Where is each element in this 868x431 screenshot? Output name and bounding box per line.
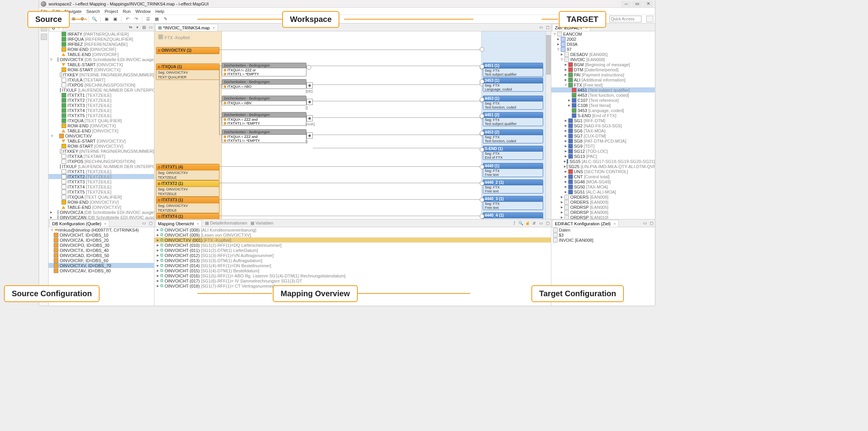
condition-connector-icon[interactable]: ✱ [306,115,313,121]
source-tree-item[interactable]: ▸ TABLE-START [OINVOICTX] [49,62,154,67]
editor-target-node[interactable]: 4453 (1)Seg: FTXText function, coded [483,96,543,110]
menu-window[interactable]: Window [135,9,150,14]
port-icon[interactable] [306,65,311,70]
db-cfg-item[interactable]: OINVOICZAV, ID=DBS_80 [49,268,154,273]
icon-3[interactable]: ☝ [525,220,530,226]
db-cfg-root[interactable]: ▿➡ rimkus@develop (H00977/T, C#TRINKS4) [49,227,154,232]
editor-target-node[interactable]: 4440_3 (1)Seg: FTXFree text [483,196,543,210]
tbtn-7[interactable]: ▣ [103,16,110,23]
source-tree-item[interactable]: ▸ IRFBEZ [REFERENZANGABE] [49,42,154,47]
port-icon[interactable] [480,197,484,202]
db-cfg-item[interactable]: OINVOICPO, ID=DBS_30 [49,243,154,248]
target-tree-item[interactable]: ▸SG25 [LIN-PIA-IMD-MEA-QTY-ALI-DTM-QVR-F… [551,164,655,169]
close-icon[interactable]: × [212,25,215,30]
target-tree-item[interactable]: ▸SG48 [MOA-SG49] [551,179,655,184]
db-cfg-item[interactable]: OINVOICAD, ID=DBS_50 [49,253,154,258]
tab-detail[interactable]: ▦ Detailinformationen [205,221,247,226]
port-icon[interactable] [480,47,484,52]
condition-connector-icon[interactable]: ✱ [306,82,313,89]
source-tree-item[interactable]: ▸ ITXQUA [TEXT QUALIFIER] [49,118,154,123]
target-tree-item[interactable]: ▿97 [551,47,655,52]
max-icon[interactable]: ▢ [545,220,550,226]
editor-target-node[interactable]: 4440_2 (1)Seg: FTXFree text [483,179,543,194]
port-icon[interactable] [480,147,484,152]
target-tree-item[interactable]: ▸ORDRSP [EAN010] [551,215,655,219]
source-tree-item[interactable]: ▸ ITXTXT5 [TEXTZEILE] [49,189,154,194]
source-tree-item[interactable]: ▸ ROW-START [OINVOICTXV] [49,143,154,148]
perspective-button[interactable] [646,16,653,22]
editor-condition-node[interactable]: Zeichenketten - BedingungenITXQUA = ABO [222,79,306,89]
port-icon[interactable] [480,79,484,84]
source-tree-item[interactable]: ▸ ITXPOS [RECHNUNGSPOSITION] [49,82,154,87]
port-icon[interactable] [480,114,484,118]
target-tree-item[interactable]: ▸3453 [Language, coded] [551,108,655,113]
source-tree-item[interactable]: ▸ TABLE-END [OINVOICTX] [49,128,154,133]
mapping-overview-item[interactable]: ▸⧉OINVOICHT (016) [SG1(5)-RFF(1)= ABO Rg… [154,273,551,278]
edi-cfg-item[interactable]: Daten [551,227,655,232]
source-tree-item[interactable]: ▸ ITXTXT4 [TEXTZEILE] [49,108,154,113]
condition-connector-icon[interactable]: ✱ [306,132,313,139]
target-tree-item[interactable]: ▸SG9 [TDT] [551,143,655,148]
source-tree-item[interactable]: ▸ IRFQUA [REFERENZQUALIFIER] [49,36,154,42]
db-cfg-item[interactable]: OINVOICTXV, ID=DBS_70 [49,263,154,268]
source-tree-item[interactable]: ▸ ITXTXA [TEXTART] [49,154,154,159]
source-tree-item[interactable]: ▸ ITXULF [LAUFENDE NUMMER DER UNTERPOS [49,87,154,92]
source-tree-item[interactable]: ▸ ITXQUA [TEXT QUALIFIER] [49,194,154,199]
menu-search[interactable]: Search [86,9,100,14]
source-tree-item[interactable]: ▸ ITXTXT2 [TEXTZEILE] [49,98,154,103]
target-tree-item[interactable]: ▿EANCOM [551,31,655,36]
filter-icon[interactable]: ▤ [141,24,147,30]
tbtn-11[interactable]: ☰ [145,16,152,23]
target-tree-item[interactable]: ▸D93A [551,42,655,47]
collapse-icon[interactable]: ▾ [134,24,140,30]
target-tree-item[interactable]: ▿FTX [Free text] [551,82,655,87]
tab-variables[interactable]: ▦ Variablen [250,221,274,226]
source-tree-item[interactable]: ▸ OINVOICZAN [DB Schnittstelle EDI-INVOI… [49,215,154,219]
target-tree-item[interactable]: ▸SG12 [TOD-LOC] [551,148,655,154]
source-tree-item[interactable]: ▸ ITXTXT5 [TEXTZEILE] [49,113,154,118]
target-tree-item[interactable]: ▸PAI [Payment instructions] [551,72,655,77]
icon-4[interactable]: ⇵ [531,220,537,226]
editor-source-node[interactable]: ITXQUA (1)Seg: OINVOICTXVTEXT QUALIFIER [156,63,219,80]
target-tree-item[interactable]: ▸SG8 [PAT-DTM-PCD-MOA] [551,138,655,143]
mapping-overview-item[interactable]: ▸⧉OINVOICHT (014) [SG1(4)-RFF(1)=ON Best… [154,263,551,268]
mapping-overview-item[interactable]: ▸⧉OINVOICHT (009) [Lesen von OINVOICTXV] [154,232,551,237]
target-tree-item[interactable]: ▸ORDERS [EAN009] [551,199,655,205]
fwd-icon[interactable]: ↷ [132,16,140,23]
editor-condition-node[interactable]: Zeichenketten - BedingungenITXQUA = ZZZ … [222,129,306,143]
source-tree-item[interactable]: ▸ ITXKEY [INTERNE PAGINIERUNGSNUMMER] [49,148,154,154]
condition-connector-icon[interactable]: ✱ [306,99,313,105]
source-tree-item[interactable]: ▸ OINVOICZA [DB Schnittstelle EDI-INVOIC… [49,210,154,215]
editor-target-node[interactable]: 4451 (2)Seg: FTXText subject qualifier [483,112,543,126]
source-tree-item[interactable]: ▸ ITXTXT2 [TEXTZEILE] [49,174,154,179]
mapping-editor[interactable]: FTX -Kopfteil OINVOICTXV (1)ITXQUA (1)Se… [154,31,551,219]
source-tree-item[interactable]: ▸ ITXKEY [INTERNE PAGINIERUNGSNUMMER] [49,72,154,77]
db-cfg-item[interactable]: OINVOICHT, ID=DBS_10 [49,232,154,237]
port-icon[interactable] [480,165,484,169]
target-tree-item[interactable]: ▸ALI [Additional information] [551,77,655,82]
target-tree-item[interactable]: ▸SG6 [TAX-MOA] [551,128,655,133]
menu-run[interactable]: Run [123,9,130,14]
source-tree-item[interactable]: ▸ ITXTXT3 [TEXTZEILE] [49,103,154,108]
port-icon[interactable] [480,64,484,69]
source-tree-item[interactable]: ▸ ITXTXT1 [TEXTZEILE] [49,92,154,98]
tbtn-8[interactable]: ▣ [112,16,119,23]
target-tree-item[interactable]: ▸ORDRSP [EAN008] [551,210,655,215]
target-tree-item[interactable]: ▸SG13 [PAC] [551,154,655,159]
source-tree-item[interactable]: ▸ ITXTXT3 [TEXTZEILE] [49,179,154,184]
target-tree-item[interactable]: ▸SG7 [CUX-DTM] [551,133,655,138]
mapping-overview-item[interactable]: ▸⧉OINVOICHT (013) [SG1(3)-DTM(1) Auftrag… [154,258,551,263]
mapping-overview-item[interactable]: ▸⧉OINVOICHT (015) [SG1(4)-DTM(1) Bestell… [154,268,551,273]
mapping-overview-item[interactable]: ▸⧉OINVOICHT (011) [SG1(2)-DTM(1) LieferD… [154,248,551,253]
editor-tab[interactable]: ▦ *INVOIC_TRINKS4.map × [155,24,218,31]
target-tree[interactable]: ▿EANCOM ▸2002 ▸D93A ▿97 ▸DESADV [EAN005]… [551,31,655,219]
tbtn-12[interactable]: ▦ [153,16,160,23]
minimize-button[interactable]: ─ [621,1,631,7]
editor-target-node[interactable]: 4440_4 (1)Seg: FTXFree text [483,212,543,219]
target-tree-item[interactable]: ▸C108 [Text literal] [551,103,655,108]
mapping-overview-item[interactable]: ▸⧉OINVOICHT (017) [SG1(6)-RFF(1)= IV Sam… [154,278,551,283]
source-tree-item[interactable]: ▸ ROW-END [OINVOICTXV] [49,199,154,205]
source-tree-item[interactable]: ▸ TABLE-END [OINVOICRF] [49,52,154,57]
vstrip-icon-2[interactable] [41,34,47,40]
source-tree-item[interactable]: ▸ ITXPOS [RECHNUNGSPOSITION] [49,159,154,164]
